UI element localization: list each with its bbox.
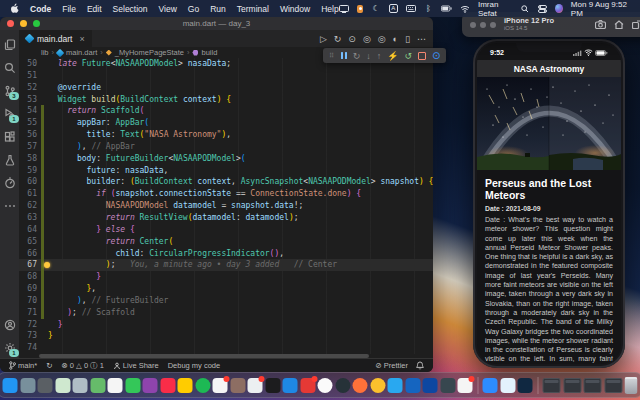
explorer-icon[interactable] [0,33,19,56]
code-line[interactable]: 54 return Scaffold( [19,105,433,117]
article-body[interactable]: Date : What's the best way to watch a me… [485,216,613,364]
dock-item-firefox[interactable] [353,378,368,393]
more-tools-icon[interactable] [0,194,19,217]
line-number[interactable]: 55 [19,117,41,129]
code-line[interactable]: 53 Widget build(BuildContext context) { [19,94,433,106]
dock-item-slack[interactable] [458,378,473,393]
dock-item-mail[interactable] [73,378,88,393]
dock-item-blue-app[interactable] [405,378,420,393]
menu-item-view[interactable]: View [159,4,177,14]
settings-gear-icon[interactable]: 1 [0,336,19,359]
menubar-clock[interactable]: Mon 9 Aug 9:52 PM [571,0,630,18]
code-line[interactable]: 73} [19,330,433,342]
apple-menu-icon[interactable] [10,2,19,15]
keyboard-icon[interactable] [406,4,416,13]
line-number[interactable]: 60 [19,176,41,188]
breadcrumb-state-class[interactable]: _MyHomePageState [115,48,184,57]
profile-icon-2[interactable]: ◎ [363,34,371,44]
code-line[interactable]: 56 title: Text("NASA Astronomy"), [19,129,433,141]
dock-item-spotify[interactable] [195,378,210,393]
dock-item-pale-green-app[interactable] [55,378,70,393]
code-line[interactable]: 65 return Center( [19,236,433,248]
dock-item-vscode[interactable] [388,378,403,393]
timeline-icon[interactable]: ◐ [393,34,398,44]
input-source-icon[interactable]: A [389,4,398,13]
dock-item-reminders[interactable] [248,378,263,393]
line-number[interactable]: 61 [19,188,41,200]
git-branch-item[interactable]: main* [9,361,37,370]
line-number[interactable]: 74 [19,342,41,354]
line-number[interactable]: 71 [19,307,41,319]
line-number[interactable]: 51 [19,70,41,82]
dock-item-pen-app[interactable] [440,378,455,393]
code-line[interactable]: 59 future: nasaData, [19,165,433,177]
dock-item-books[interactable] [213,378,228,393]
code-line[interactable]: 69 }, [19,283,433,295]
breadcrumb-lib[interactable]: lib [41,48,49,57]
code-line[interactable]: 74 [19,342,433,354]
line-number[interactable]: 68 [19,271,41,283]
problems-item[interactable]: ⊗ 0 △ 0 ⓘ 1 [61,361,103,371]
vscode-titlebar[interactable]: main.dart — day_3 [0,17,433,30]
split-editor-icon[interactable]: ▯ [405,34,410,44]
menu-item-help[interactable]: Help [321,4,338,14]
run-loop-icon[interactable]: ↻ [334,34,342,44]
prettier-item[interactable]: ⊘ Prettier [375,361,408,370]
dock-item-github[interactable] [318,378,333,393]
stop-icon[interactable] [418,52,426,60]
hot-reload-icon[interactable]: ⚡ [387,51,398,61]
wifi-icon[interactable] [460,4,470,13]
live-share-item[interactable]: Live Share [113,361,159,370]
menu-item-run[interactable]: Run [210,4,226,14]
notifications-bell-icon[interactable] [416,361,424,370]
do-not-disturb-icon[interactable]: ☾ [371,4,380,13]
line-number[interactable]: 70 [19,295,41,307]
battery-icon[interactable] [441,4,452,13]
code-line[interactable]: 55 appBar: AppBar( [19,117,433,129]
code-line[interactable]: 61 if (snapshot.connectionState == Conne… [19,188,433,200]
line-number[interactable]: 59 [19,165,41,177]
profile-icon-3[interactable]: ◎ [378,34,386,44]
line-number[interactable]: 57 [19,141,41,153]
breadcrumb-main-dart[interactable]: main.dart [66,48,97,57]
pause-icon[interactable] [341,52,347,59]
code-editor[interactable]: 50 late Future<NASAAPODModel> nasaData;5… [19,58,433,354]
line-number[interactable]: 65 [19,236,41,248]
dock-item-phone-blue-app[interactable] [423,378,438,393]
dock-item-launchpad[interactable] [20,378,35,393]
widget-inspector-icon[interactable]: ⊙ [432,50,440,61]
dock-item-dark-blue-app[interactable] [518,378,533,393]
code-line[interactable]: 57 ), // AppBar [19,141,433,153]
breadcrumb-build-method[interactable]: build [201,48,217,57]
code-line[interactable]: 64 } else { [19,224,433,236]
line-number[interactable]: 54 [19,105,41,117]
code-line[interactable]: 51 [19,70,433,82]
dock-item-gray-app[interactable] [38,378,53,393]
profile-icon-1[interactable]: ⊙ [348,34,356,44]
bluetooth-icon[interactable]: ᛒ [424,4,433,13]
line-number[interactable]: 52 [19,82,41,94]
screenshot-camera-icon[interactable] [595,20,606,29]
code-line[interactable]: 70 ), // FutureBuilder [19,295,433,307]
dock-item-app-store[interactable] [283,378,298,393]
dock-item-notes-white[interactable] [500,378,515,393]
dock-item-photos[interactable] [108,378,123,393]
menu-item-file[interactable]: File [62,4,76,14]
step-into-icon[interactable]: ↓ [366,51,371,61]
rotate-icon[interactable] [632,20,640,29]
dock-item-music[interactable] [160,378,175,393]
menu-item-window[interactable]: Window [280,4,310,14]
dock-item-trash[interactable] [625,377,638,394]
line-number[interactable]: 64 [19,224,41,236]
dock-item-brown-app[interactable] [230,378,245,393]
code-line[interactable]: 58 body: FutureBuilder<NASAAPODModel>( [19,153,433,165]
tab-main-dart[interactable]: main.dart × [19,30,92,47]
code-line[interactable]: 71 ); // Scaffold [19,307,433,319]
dock-item-minimized-window[interactable] [563,378,581,393]
sync-icon[interactable]: ↻ [46,361,52,370]
dock-item-obs[interactable] [335,378,350,393]
menu-item-code[interactable]: Code [30,4,51,14]
line-number[interactable]: 53 [19,94,41,106]
line-number[interactable]: 56 [19,129,41,141]
screen-mirroring-icon[interactable] [339,4,349,13]
